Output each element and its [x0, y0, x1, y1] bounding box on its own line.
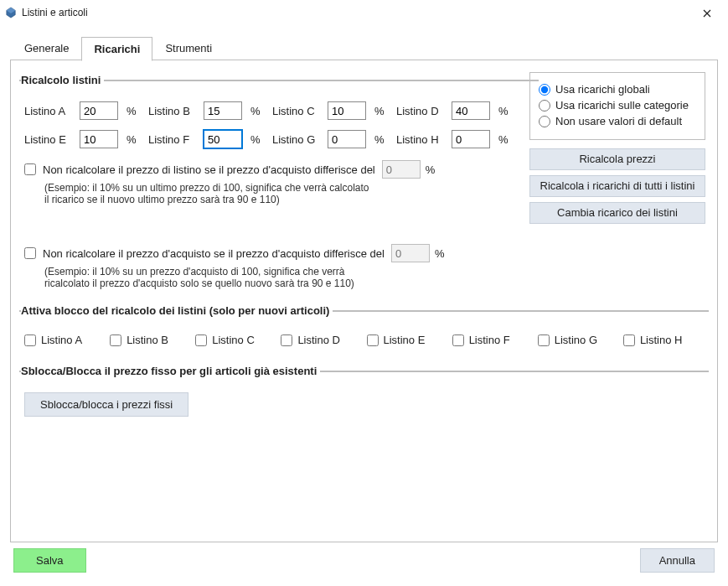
no-recal-listino-label: Non ricalcolare il prezzo di listino se … — [43, 163, 375, 176]
percent-sign: % — [250, 133, 264, 146]
percent-sign: % — [498, 105, 512, 117]
close-icon[interactable] — [689, 1, 725, 24]
blocco-check-a[interactable] — [24, 334, 36, 346]
input-listino-a[interactable] — [80, 101, 118, 120]
percent-sign: % — [435, 247, 445, 260]
label-listino-a: Listino A — [24, 105, 71, 117]
label-listino-b: Listino B — [148, 105, 195, 117]
no-recal-listino-checkbox[interactable] — [24, 163, 36, 175]
annulla-button[interactable]: Annulla — [640, 548, 715, 573]
no-recal-acquisto-label: Non ricalcolare il prezzo d'acquisto se … — [43, 247, 385, 260]
sblocca-blocca-button[interactable]: Sblocca/blocca i prezzi fissi — [24, 392, 188, 417]
input-listino-g[interactable] — [328, 130, 366, 148]
window: Listini e articoli Generale Ricarichi St… — [0, 0, 728, 586]
input-listino-b[interactable] — [204, 101, 242, 120]
tabpage-ricarichi: Usa ricarichi globali Usa ricarichi sull… — [10, 60, 718, 542]
blocco-check-d[interactable] — [281, 334, 292, 346]
no-recal-acquisto-row: Non ricalcolare il prezzo d'acquisto se … — [24, 244, 534, 262]
blocco-listino-f[interactable]: Listino F — [452, 334, 533, 346]
blocco-listino-h[interactable]: Listino H — [623, 334, 704, 346]
blocco-label: Listino H — [640, 334, 683, 346]
percent-sign: % — [126, 105, 140, 117]
ricalcola-prezzi-button[interactable]: Ricalcola prezzi — [529, 148, 705, 170]
blocco-check-b[interactable] — [110, 334, 121, 346]
radio-non-usare[interactable]: Non usare valori di default — [539, 115, 696, 127]
tab-generale[interactable]: Generale — [12, 36, 81, 60]
blocco-listini-group: Attiva blocco del ricalcolo dei listini … — [19, 304, 709, 353]
input-listino-e[interactable] — [80, 130, 118, 148]
radio-usa-globali[interactable]: Usa ricarichi globali — [539, 83, 696, 96]
blocco-check-e[interactable] — [367, 334, 379, 346]
blocco-label: Listino A — [41, 334, 82, 346]
window-title: Listini e articoli — [22, 7, 88, 18]
no-recal-acquisto-checkbox[interactable] — [24, 247, 36, 259]
input-listino-h[interactable] — [452, 130, 490, 148]
cambia-ricarico-button[interactable]: Cambia ricarico dei listini — [529, 202, 705, 224]
tabstrip: Generale Ricarichi Strumenti — [12, 35, 718, 60]
no-recal-acquisto-example: (Esempio: il 10% su un prezzo d'acquisto… — [24, 262, 376, 289]
ricalcola-tutti-button[interactable]: Ricalcola i ricarichi di tutti i listini — [529, 175, 705, 197]
no-recal-acquisto-input[interactable] — [391, 244, 430, 262]
percent-sign: % — [374, 133, 388, 146]
defaults-mode-group: Usa ricarichi globali Usa ricarichi sull… — [529, 72, 705, 140]
blocco-listino-b[interactable]: Listino B — [110, 334, 190, 346]
blocco-label: Listino F — [469, 334, 510, 346]
radio-label: Usa ricarichi globali — [555, 83, 650, 96]
dialog-footer: Salva Annulla — [10, 542, 718, 578]
tab-strumenti[interactable]: Strumenti — [152, 36, 225, 60]
blocco-label: Listino B — [126, 334, 168, 346]
radio-input-nessuno[interactable] — [539, 116, 550, 127]
label-listino-h: Listino H — [396, 133, 443, 146]
radio-label: Usa ricarichi sulle categorie — [555, 99, 689, 111]
input-listino-f[interactable] — [204, 130, 242, 148]
blocco-listino-d[interactable]: Listino D — [281, 334, 361, 346]
listini-grid: Listino A % Listino B % Listino C % List… — [24, 101, 534, 148]
blocco-check-c[interactable] — [195, 334, 207, 346]
titlebar: Listini e articoli — [0, 0, 728, 25]
blocco-label: Listino C — [212, 334, 255, 346]
blocco-listino-c[interactable]: Listino C — [195, 334, 276, 346]
percent-sign: % — [250, 105, 264, 117]
radio-usa-categorie[interactable]: Usa ricarichi sulle categorie — [539, 99, 696, 111]
input-listino-c[interactable] — [328, 101, 366, 120]
blocco-legend: Attiva blocco del ricalcolo dei listini … — [21, 304, 333, 317]
blocco-check-f[interactable] — [452, 334, 464, 346]
radio-label: Non usare valori di default — [555, 115, 682, 127]
label-listino-d: Listino D — [396, 105, 443, 117]
no-recal-listino-row: Non ricalcolare il prezzo di listino se … — [24, 160, 534, 179]
label-listino-g: Listino G — [272, 133, 319, 146]
blocco-check-h[interactable] — [623, 334, 635, 346]
blocco-listino-e[interactable]: Listino E — [367, 334, 447, 346]
content-left: Ricalcolo listini Listino A % Listino B … — [19, 74, 539, 293]
blocco-check-g[interactable] — [538, 334, 550, 346]
label-listino-e: Listino E — [24, 133, 71, 146]
app-icon — [5, 7, 17, 18]
blocco-label: Listino E — [384, 334, 426, 346]
blocco-listino-g[interactable]: Listino G — [538, 334, 618, 346]
blocco-listino-a[interactable]: Listino A — [24, 334, 105, 346]
blocco-label: Listino D — [297, 334, 340, 346]
ricalcolo-legend: Ricalcolo listini — [21, 74, 104, 86]
blocco-row: Listino A Listino B Listino C Listino D … — [24, 332, 704, 350]
client-area: Generale Ricarichi Strumenti Usa ricaric… — [0, 25, 728, 586]
right-panel: Usa ricarichi globali Usa ricarichi sull… — [529, 72, 705, 229]
no-recal-listino-example: (Esempio: il 10% su un ultimo prezzo di … — [24, 179, 376, 205]
radio-input-categorie[interactable] — [539, 100, 550, 111]
label-listino-c: Listino C — [272, 105, 319, 117]
input-listino-d[interactable] — [452, 101, 490, 120]
radio-input-globali[interactable] — [539, 84, 550, 96]
no-recal-listino-input[interactable] — [382, 160, 421, 179]
tab-ricarichi[interactable]: Ricarichi — [81, 37, 152, 61]
salva-button[interactable]: Salva — [13, 548, 86, 573]
ricalcolo-listini-group: Ricalcolo listini Listino A % Listino B … — [19, 74, 539, 293]
percent-sign: % — [126, 133, 140, 146]
sblocca-group: Sblocca/Blocca il prezzo fisso per gli a… — [19, 365, 709, 420]
blocco-label: Listino G — [555, 334, 597, 346]
label-listino-f: Listino F — [148, 133, 195, 146]
percent-sign: % — [374, 105, 388, 117]
percent-sign: % — [426, 163, 436, 176]
percent-sign: % — [498, 133, 512, 146]
sblocca-legend: Sblocca/Blocca il prezzo fisso per gli a… — [21, 365, 320, 377]
